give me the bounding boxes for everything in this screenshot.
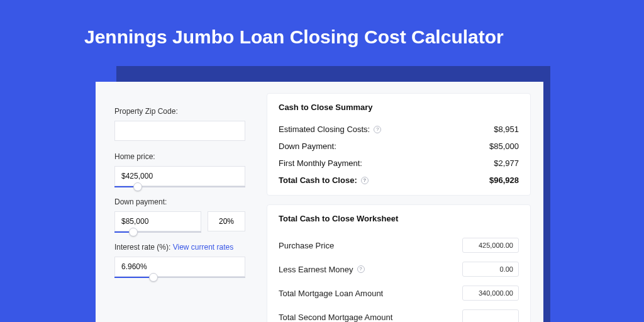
summary-total-row: Total Cash to Close: ? $96,928 xyxy=(279,172,519,189)
worksheet-title: Total Cash to Close Worksheet xyxy=(279,214,519,223)
summary-row-value: $85,000 xyxy=(489,142,519,151)
worksheet-row: Less Earnest Money ? 0.00 xyxy=(279,257,519,281)
summary-total-label: Total Cash to Close: xyxy=(279,175,357,185)
field-zip: Property Zip Code: xyxy=(114,107,245,141)
price-input[interactable] xyxy=(114,166,245,186)
summary-row-value: $2,977 xyxy=(494,158,519,168)
worksheet-row: Purchase Price 425,000.00 xyxy=(279,233,519,257)
help-icon[interactable]: ? xyxy=(361,177,369,184)
summary-row: First Monthly Payment: $2,977 xyxy=(279,155,519,172)
price-slider-thumb[interactable] xyxy=(133,182,142,191)
summary-total-value: $96,928 xyxy=(489,175,519,185)
field-down-payment: Down payment: xyxy=(114,197,245,231)
field-home-price: Home price: xyxy=(114,152,245,186)
summary-title: Cash to Close Summary xyxy=(279,103,519,112)
rate-label: Interest rate (%): xyxy=(114,243,170,252)
cash-to-close-summary: Cash to Close Summary Estimated Closing … xyxy=(267,93,531,196)
down-slider-thumb[interactable] xyxy=(129,228,138,236)
rate-input[interactable] xyxy=(114,257,245,277)
summary-row-label: Estimated Closing Costs: xyxy=(279,125,370,134)
rate-input-wrap xyxy=(114,257,245,277)
worksheet-row: Total Second Mortgage Amount xyxy=(279,305,519,322)
summary-row: Down Payment: $85,000 xyxy=(279,138,519,155)
price-input-wrap xyxy=(114,166,245,186)
summary-row: Estimated Closing Costs: ? $8,951 xyxy=(279,121,519,138)
zip-input[interactable] xyxy=(114,121,245,141)
inputs-column: Property Zip Code: Home price: Down paym… xyxy=(96,82,259,322)
worksheet-row-label: Total Second Mortgage Amount xyxy=(279,313,392,322)
worksheet-row-value[interactable] xyxy=(462,309,519,322)
worksheet-row-label: Less Earnest Money xyxy=(279,265,353,274)
field-interest-rate: Interest rate (%): View current rates xyxy=(114,243,245,277)
worksheet-row-label: Purchase Price xyxy=(279,241,334,250)
zip-label: Property Zip Code: xyxy=(114,107,245,116)
price-label: Home price: xyxy=(114,152,245,161)
down-input-wrap xyxy=(114,211,201,231)
worksheet-row-value[interactable]: 0.00 xyxy=(462,262,519,277)
down-input[interactable] xyxy=(114,211,201,231)
results-column: Cash to Close Summary Estimated Closing … xyxy=(259,82,543,322)
down-pct-input[interactable] xyxy=(208,211,245,231)
help-icon[interactable]: ? xyxy=(374,126,381,133)
worksheet-card: Total Cash to Close Worksheet Purchase P… xyxy=(267,204,531,322)
worksheet-row: Total Mortgage Loan Amount 340,000.00 xyxy=(279,281,519,305)
summary-row-value: $8,951 xyxy=(494,125,519,134)
worksheet-row-label: Total Mortgage Loan Amount xyxy=(279,289,383,298)
rate-slider-thumb[interactable] xyxy=(149,273,158,282)
summary-row-label: First Monthly Payment: xyxy=(279,158,362,168)
worksheet-row-value[interactable]: 340,000.00 xyxy=(462,286,519,301)
page-title: Jennings Jumbo Loan Closing Cost Calcula… xyxy=(0,0,644,48)
worksheet-row-value[interactable]: 425,000.00 xyxy=(462,238,519,253)
rate-slider-fill xyxy=(114,277,153,278)
help-icon[interactable]: ? xyxy=(357,265,365,273)
calculator-card: Property Zip Code: Home price: Down paym… xyxy=(96,82,543,322)
summary-row-label: Down Payment: xyxy=(279,142,336,151)
view-rates-link[interactable]: View current rates xyxy=(173,243,234,252)
down-label: Down payment: xyxy=(114,197,245,206)
